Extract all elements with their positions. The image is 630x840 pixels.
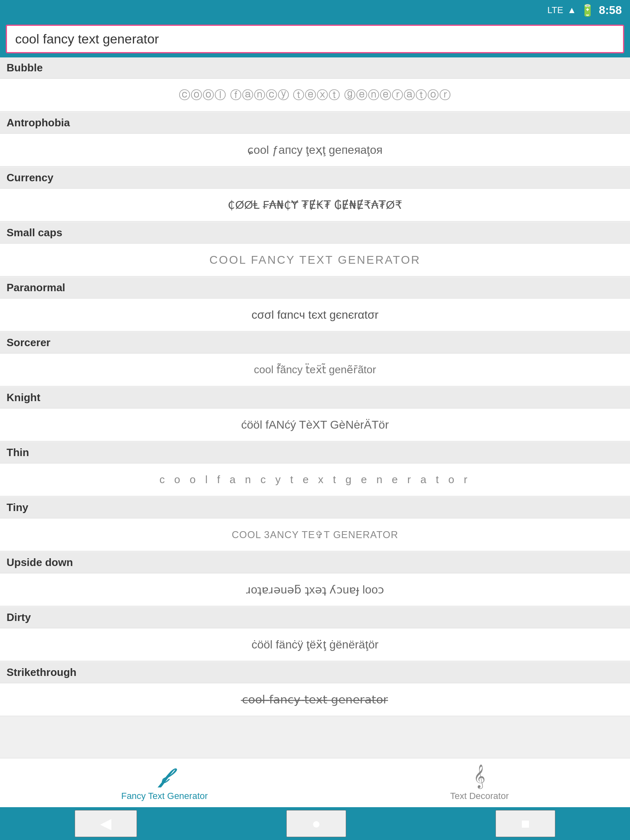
text-decorator-icon: 𝄞 xyxy=(473,764,486,788)
style-label-bubble: Bubble xyxy=(0,57,630,79)
strikethrough-text: c̶o̶o̶l̶ ̶f̶a̶n̶c̶y̶ ̶t̶e̶x̶t̶ ̶g̶e̶n̶e̶… xyxy=(242,693,388,706)
style-label-tiny: Tiny xyxy=(0,497,630,518)
style-label-knight: Knight xyxy=(0,387,630,409)
signal-icon: ▲ xyxy=(567,5,576,16)
style-label-sorcerer: Sorcerer xyxy=(0,332,630,354)
style-preview-dirty[interactable]: ċööl fänċÿ ţëẍţ ġënëräţör xyxy=(0,628,630,661)
style-preview-upsidedown[interactable]: ɹoʇɐɹǝuǝƃ ʇxǝʇ ʎɔuɐɟ looɔ xyxy=(0,573,630,606)
nav-label-text-decorator: Text Decorator xyxy=(450,791,509,801)
paranormal-text: cσσl fαncч tєxt gєnєrαtσr xyxy=(251,308,379,322)
style-preview-bubble[interactable]: ⓒⓞⓞⓛ ⓕⓐⓝⓒⓨ ⓣⓔⓧⓣ ⓖⓔⓝⓔⓡⓐⓣⓞⓡ xyxy=(0,79,630,112)
status-time: 8:58 xyxy=(599,4,622,17)
fancy-text-icon: 𝒻 xyxy=(162,764,168,788)
style-section-bubble: Bubble ⓒⓞⓞⓛ ⓕⓐⓝⓒⓨ ⓣⓔⓧⓣ ⓖⓔⓝⓔⓡⓐⓣⓞⓡ xyxy=(0,57,630,112)
bottom-nav: 𝒻 Fancy Text Generator 𝄞 Text Decorator xyxy=(0,758,630,807)
style-preview-thin[interactable]: c o o l f a n c y t e x t g e n e r a t … xyxy=(0,463,630,496)
style-label-currency: Currency xyxy=(0,167,630,189)
style-preview-antrophobia[interactable]: ɕool ƒaпcy ţeҳţ geпeяaţoя xyxy=(0,134,630,167)
recents-button[interactable]: ■ xyxy=(495,810,555,837)
upsidedown-text: ɹoʇɐɹǝuǝƃ ʇxǝʇ ʎɔuɐɟ looɔ xyxy=(246,583,384,596)
style-label-strikethrough: Strikethrough xyxy=(0,662,630,683)
bubble-text: ⓒⓞⓞⓛ ⓕⓐⓝⓒⓨ ⓣⓔⓧⓣ ⓖⓔⓝⓔⓡⓐⓣⓞⓡ xyxy=(179,87,451,103)
style-section-tiny: Tiny COOL 3ANCY TE✞T GENERATOR xyxy=(0,497,630,551)
tiny-text: COOL 3ANCY TE✞T GENERATOR xyxy=(232,529,398,541)
style-preview-strikethrough[interactable]: c̶o̶o̶l̶ ̶f̶a̶n̶c̶y̶ ̶t̶e̶x̶t̶ ̶g̶e̶n̶e̶… xyxy=(0,683,630,716)
style-section-upsidedown: Upside down ɹoʇɐɹǝuǝƃ ʇxǝʇ ʎɔuɐɟ looɔ xyxy=(0,552,630,606)
style-section-smallcaps: Small caps COOL FANCY TEXT GENERATOR xyxy=(0,222,630,276)
style-preview-knight[interactable]: ćööl fANćý TèXT GèNėrÄTör xyxy=(0,409,630,441)
style-section-currency: Currency ₵ØØⱠ ₣₳₦₵Ɏ ₮Ɇ₭₮ ₲Ɇ₦Ɇ₹₳₮Ø₹ xyxy=(0,167,630,221)
style-section-dirty: Dirty ċööl fänċÿ ţëẍţ ġënëräţör xyxy=(0,607,630,661)
back-button[interactable]: ◀ xyxy=(75,810,137,837)
sorcerer-text: cool f̃ãncy ẗeẍt̃ genẽr̄ãtor xyxy=(254,363,376,376)
nav-label-fancy-text: Fancy Text Generator xyxy=(121,791,208,801)
status-icons: LTE ▲ 🔋 8:58 xyxy=(547,4,622,17)
style-section-strikethrough: Strikethrough c̶o̶o̶l̶ ̶f̶a̶n̶c̶y̶ ̶t̶e̶… xyxy=(0,662,630,716)
dirty-text: ċööl fänċÿ ţëẍţ ġënëräţör xyxy=(251,638,379,651)
status-bar: LTE ▲ 🔋 8:58 xyxy=(0,0,630,21)
style-section-antrophobia: Antrophobia ɕool ƒaпcy ţeҳţ geпeяaţoя xyxy=(0,112,630,167)
android-nav: ◀ ● ■ xyxy=(0,807,630,840)
style-section-knight: Knight ćööl fANćý TèXT GèNėrÄTör xyxy=(0,387,630,441)
battery-icon: 🔋 xyxy=(580,4,595,17)
thin-text: c o o l f a n c y t e x t g e n e r a t … xyxy=(160,473,471,486)
style-section-thin: Thin c o o l f a n c y t e x t g e n e r… xyxy=(0,442,630,496)
nav-item-text-decorator[interactable]: 𝄞 Text Decorator xyxy=(434,760,525,806)
search-bar-container xyxy=(0,21,630,57)
style-section-sorcerer: Sorcerer cool f̃ãncy ẗeẍt̃ genẽr̄ãtor xyxy=(0,332,630,386)
lte-icon: LTE xyxy=(547,5,563,16)
style-preview-currency[interactable]: ₵ØØⱠ ₣₳₦₵Ɏ ₮Ɇ₭₮ ₲Ɇ₦Ɇ₹₳₮Ø₹ xyxy=(0,189,630,221)
style-preview-tiny[interactable]: COOL 3ANCY TE✞T GENERATOR xyxy=(0,518,630,551)
search-input[interactable] xyxy=(6,25,624,53)
style-label-upsidedown: Upside down xyxy=(0,552,630,573)
smallcaps-text: COOL FANCY TEXT GENERATOR xyxy=(210,253,421,267)
knight-text: ćööl fANćý TèXT GèNėrÄTör xyxy=(241,418,389,431)
style-label-dirty: Dirty xyxy=(0,607,630,628)
style-label-paranormal: Paranormal xyxy=(0,277,630,299)
style-preview-paranormal[interactable]: cσσl fαncч tєxt gєnєrαtσr xyxy=(0,299,630,331)
style-label-antrophobia: Antrophobia xyxy=(0,112,630,134)
style-section-paranormal: Paranormal cσσl fαncч tєxt gєnєrαtσr xyxy=(0,277,630,331)
home-button[interactable]: ● xyxy=(286,810,346,837)
style-preview-sorcerer[interactable]: cool f̃ãncy ẗeẍt̃ genẽr̄ãtor xyxy=(0,354,630,386)
style-preview-smallcaps[interactable]: COOL FANCY TEXT GENERATOR xyxy=(0,244,630,276)
main-content: Bubble ⓒⓞⓞⓛ ⓕⓐⓝⓒⓨ ⓣⓔⓧⓣ ⓖⓔⓝⓔⓡⓐⓣⓞⓡ Antroph… xyxy=(0,57,630,758)
nav-item-fancy-text[interactable]: 𝒻 Fancy Text Generator xyxy=(105,760,224,806)
antrophobia-text: ɕool ƒaпcy ţeҳţ geпeяaţoя xyxy=(247,143,382,157)
currency-text: ₵ØØⱠ ₣₳₦₵Ɏ ₮Ɇ₭₮ ₲Ɇ₦Ɇ₹₳₮Ø₹ xyxy=(228,198,402,212)
style-label-smallcaps: Small caps xyxy=(0,222,630,244)
style-label-thin: Thin xyxy=(0,442,630,463)
